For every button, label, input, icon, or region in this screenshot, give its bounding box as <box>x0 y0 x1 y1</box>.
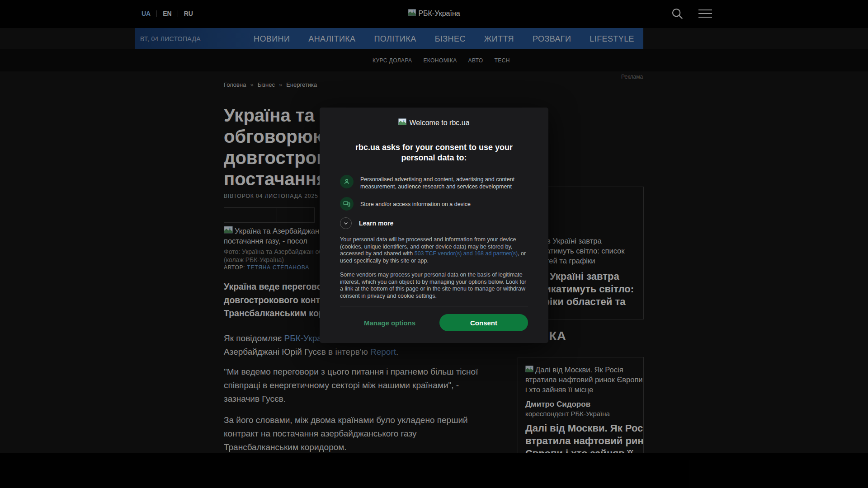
purpose-item: Store and/or access information on a dev… <box>340 197 528 211</box>
modal-logo-alt-text: Welcome to rbc.ua <box>409 119 469 127</box>
consent-heading: rbc.ua asks for your consent to use your… <box>340 142 528 163</box>
broken-image-icon <box>398 118 406 127</box>
purpose-text: Store and/or access information on a dev… <box>360 200 471 208</box>
purpose-item: Personalised advertising and content, ad… <box>340 175 528 190</box>
tcf-vendors-link[interactable]: 503 TCF vendor(s) and 168 ad partner(s) <box>415 250 518 257</box>
consent-purposes: Personalised advertising and content, ad… <box>340 175 528 211</box>
modal-logo-broken: Welcome to rbc.ua <box>340 108 528 127</box>
learn-more-label: Learn more <box>359 220 393 227</box>
consent-paragraph: Your personal data will be processed and… <box>340 236 528 264</box>
manage-options-button[interactable]: Manage options <box>340 319 439 327</box>
consent-paragraph: Some vendors may process your personal d… <box>340 272 528 300</box>
divider <box>340 306 528 306</box>
person-icon <box>340 175 354 188</box>
learn-more-toggle[interactable]: Learn more <box>340 217 528 229</box>
consent-dialog: Welcome to rbc.ua rbc.ua asks for your c… <box>320 108 548 343</box>
devices-icon <box>340 197 354 211</box>
purpose-text: Personalised advertising and content, ad… <box>360 175 528 190</box>
page: UA EN RU РБК-Україна ВТ, 04 ЛИСТОПАДА НО… <box>0 0 868 488</box>
chevron-down-icon <box>340 217 352 229</box>
consent-button[interactable]: Consent <box>439 314 528 331</box>
consent-actions: Manage options Consent <box>340 314 528 331</box>
